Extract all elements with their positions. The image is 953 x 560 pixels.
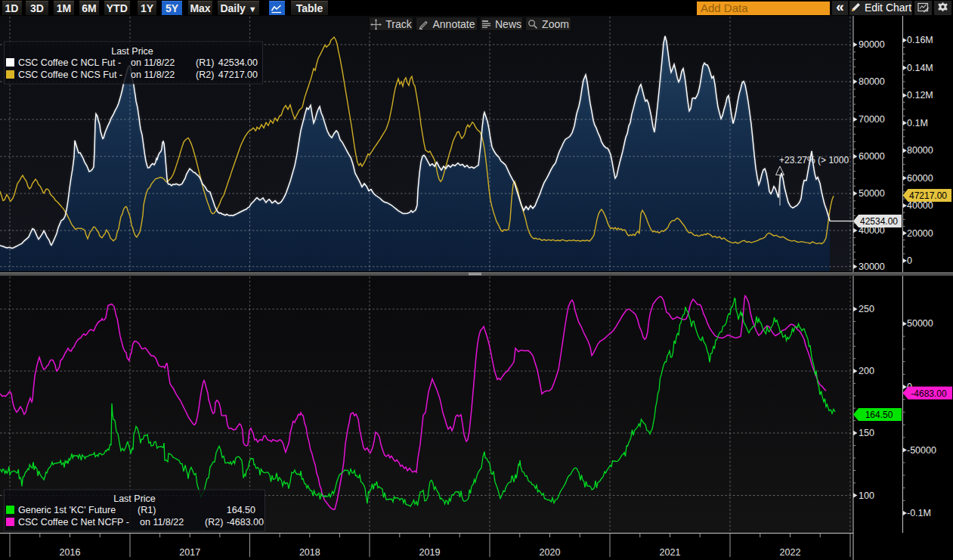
svg-text:2017: 2017 xyxy=(179,547,200,558)
svg-text:70000: 70000 xyxy=(859,114,885,125)
svg-text:100: 100 xyxy=(859,490,874,501)
svg-text:Last Price: Last Price xyxy=(111,46,153,57)
svg-text:200: 200 xyxy=(859,366,874,376)
svg-text:80000: 80000 xyxy=(907,145,933,156)
svg-text:2018: 2018 xyxy=(299,547,320,558)
svg-text:CSC Coffee C NCL Fut -: CSC Coffee C NCL Fut - xyxy=(18,57,121,68)
svg-text:42534.00: 42534.00 xyxy=(218,57,258,68)
svg-text:164.50: 164.50 xyxy=(227,505,255,515)
svg-text:20000: 20000 xyxy=(907,228,933,239)
svg-text:150: 150 xyxy=(859,428,874,438)
svg-text:on 11/8/22: on 11/8/22 xyxy=(131,57,175,68)
svg-text:(R1): (R1) xyxy=(138,505,156,515)
svg-text:0.16M: 0.16M xyxy=(907,35,933,45)
svg-text:0.12M: 0.12M xyxy=(907,90,933,101)
svg-text:(R2): (R2) xyxy=(205,517,223,528)
svg-text:2019: 2019 xyxy=(419,547,441,558)
svg-text:0.1M: 0.1M xyxy=(907,118,928,128)
svg-text:47217.00: 47217.00 xyxy=(909,190,947,201)
svg-text:2020: 2020 xyxy=(540,547,561,558)
svg-text:-0.1M: -0.1M xyxy=(907,508,931,518)
svg-text:on 11/8/22: on 11/8/22 xyxy=(140,517,184,528)
svg-text:2021: 2021 xyxy=(660,547,681,558)
svg-text:2016: 2016 xyxy=(60,547,81,558)
svg-text:30000: 30000 xyxy=(859,261,885,272)
svg-text:50000: 50000 xyxy=(907,318,933,329)
svg-text:42534.00: 42534.00 xyxy=(860,216,898,227)
svg-text:2022: 2022 xyxy=(780,547,801,558)
svg-text:47217.00: 47217.00 xyxy=(218,70,258,80)
svg-text:90000: 90000 xyxy=(859,39,885,50)
svg-text:40000: 40000 xyxy=(907,200,933,211)
svg-text:-4683.00: -4683.00 xyxy=(911,388,947,399)
svg-text:50000: 50000 xyxy=(859,188,885,199)
svg-text:60000: 60000 xyxy=(907,173,933,184)
svg-text:(R1): (R1) xyxy=(196,57,214,68)
svg-text:60000: 60000 xyxy=(859,151,885,162)
svg-text:164.50: 164.50 xyxy=(865,410,893,420)
svg-text:+23.27% (> 1000: +23.27% (> 1000 xyxy=(779,155,849,166)
svg-text:80000: 80000 xyxy=(859,76,885,87)
svg-text:250: 250 xyxy=(859,304,874,314)
svg-text:0.14M: 0.14M xyxy=(907,63,933,73)
svg-text:-4683.00: -4683.00 xyxy=(227,517,264,528)
svg-text:Last Price: Last Price xyxy=(113,493,156,504)
svg-text:Generic 1st 'KC' Future: Generic 1st 'KC' Future xyxy=(18,505,116,515)
svg-text:CSC Coffee C Net NCFP -: CSC Coffee C Net NCFP - xyxy=(18,517,129,528)
svg-text:0: 0 xyxy=(907,255,912,266)
svg-text:CSC Coffee C NCS Fut -: CSC Coffee C NCS Fut - xyxy=(18,70,122,80)
svg-text:on 11/8/22: on 11/8/22 xyxy=(131,70,175,80)
svg-text:-50000: -50000 xyxy=(907,445,936,456)
svg-text:(R2): (R2) xyxy=(196,70,214,80)
